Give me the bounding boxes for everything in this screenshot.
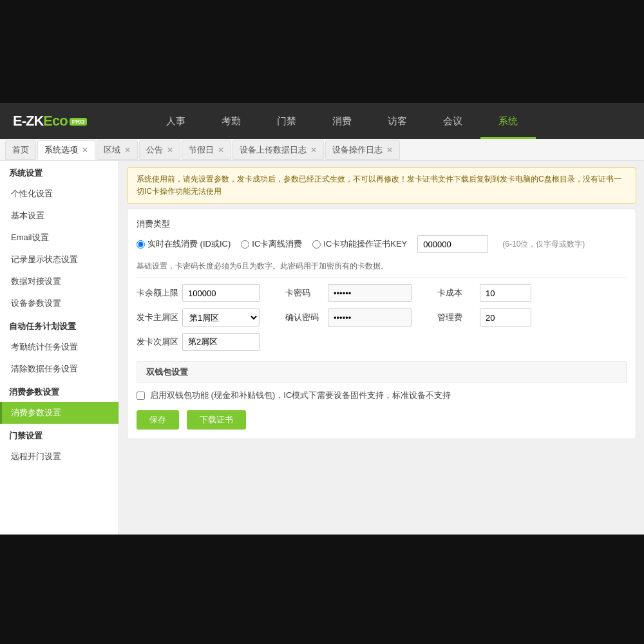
issuer-zone-select[interactable]: 第1屑区 第2屑区 第3屑区: [182, 308, 260, 327]
balance-limit-label: 卡余额上限: [137, 287, 178, 299]
logo-text: E-ZKEco: [13, 113, 68, 129]
radio-key-input[interactable]: [312, 240, 321, 249]
second-zone-row: 发卡次屑区: [137, 333, 260, 351]
dual-wallet-checkbox-label: 启用双钱包功能 (现金和补贴钱包)，IC模式下需要设备固件支持，标准设备不支持: [150, 390, 451, 401]
content-area: 系统使用前，请先设置参数，发卡成功后，参数已经正式生效，不可以再修改！发卡证书文…: [119, 161, 644, 535]
tab-notice[interactable]: 公告 ✕: [139, 140, 180, 160]
tab-zone[interactable]: 区域 ✕: [97, 140, 138, 160]
confirm-password-row: 确认密码: [285, 308, 412, 327]
sidebar-item-clear-task[interactable]: 清除数据任务设置: [0, 358, 118, 380]
ic-card-key-hint: (6-10位，仅字母或数字): [502, 239, 585, 250]
tab-holiday[interactable]: 节假日 ✕: [182, 140, 231, 160]
radio-key[interactable]: IC卡功能操作证书KEY: [312, 238, 407, 250]
nav-item-fanke[interactable]: 访客: [370, 103, 425, 139]
card-password-row: 卡密码: [285, 284, 412, 302]
tab-bar: 首页 系统选项 ✕ 区域 ✕ 公告 ✕ 节假日 ✕ 设备上传数据日志 ✕ 设备操…: [0, 139, 644, 161]
sidebar-item-personalization[interactable]: 个性化设置: [0, 183, 118, 205]
radio-online-input[interactable]: [137, 240, 145, 249]
tab-close-notice[interactable]: ✕: [167, 146, 173, 154]
sidebar-item-record-display[interactable]: 记录显示状态设置: [0, 249, 118, 270]
radio-online-label: 实时在线消费 (ID或IC): [147, 238, 231, 250]
dual-wallet-checkbox[interactable]: [137, 392, 145, 400]
second-zone-input[interactable]: [182, 333, 260, 351]
balance-limit-row: 卡余额上限: [137, 284, 260, 302]
tab-operation-log[interactable]: 设备操作日志 ✕: [325, 140, 400, 160]
form-area: 消费类型 实时在线消费 (ID或IC) IC卡离线消费 IC卡功能操作证书KEY: [127, 209, 636, 439]
sidebar-item-basic[interactable]: 基本设置: [0, 205, 118, 227]
sidebar-item-email[interactable]: Email设置: [0, 227, 118, 249]
save-button[interactable]: 保存: [137, 410, 179, 430]
dual-wallet-checkbox-row: 启用双钱包功能 (现金和补贴钱包)，IC模式下需要设备固件支持，标准设备不支持: [137, 390, 627, 401]
nav-item-huiyi[interactable]: 会议: [425, 103, 480, 139]
tab-system-options[interactable]: 系统选项 ✕: [37, 140, 95, 160]
management-fee-input[interactable]: [480, 308, 531, 327]
header: E-ZKEco PRO 人事 考勤 门禁 消费 访客 会议 系统: [0, 103, 644, 139]
card-cost-label: 卡成本: [437, 287, 476, 299]
card-password-label: 卡密码: [285, 287, 324, 299]
card-password-input[interactable]: [328, 284, 412, 302]
main-layout: 系统设置 个性化设置 基本设置 Email设置 记录显示状态设置 数据对接设置 …: [0, 161, 644, 535]
bottom-spacer: [0, 535, 644, 644]
radio-online[interactable]: 实时在线消费 (ID或IC): [137, 238, 231, 250]
sidebar-item-remote-door[interactable]: 远程开门设置: [0, 446, 118, 468]
tab-close-zone[interactable]: ✕: [124, 146, 131, 154]
radio-key-label: IC卡功能操作证书KEY: [323, 238, 407, 250]
sidebar-section-consume: 消费参数设置: [0, 380, 118, 402]
radio-group: 实时在线消费 (ID或IC) IC卡离线消费 IC卡功能操作证书KEY (6-1…: [137, 235, 585, 253]
action-buttons: 保存 下载证书: [137, 410, 627, 430]
confirm-password-input[interactable]: [328, 308, 412, 327]
confirm-password-label: 确认密码: [285, 312, 324, 323]
sidebar-item-attendance-task[interactable]: 考勤统计任务设置: [0, 336, 118, 358]
tab-close-operation-log[interactable]: ✕: [386, 146, 393, 154]
management-fee-label: 管理费: [437, 312, 476, 323]
card-cost-input[interactable]: [480, 284, 531, 302]
logo-pro: PRO: [70, 118, 88, 126]
balance-limit-input[interactable]: [182, 284, 260, 302]
nav-item-xitong[interactable]: 系统: [480, 103, 536, 139]
sidebar-item-device-params[interactable]: 设备参数设置: [0, 292, 118, 314]
main-nav: 人事 考勤 门禁 消费 访客 会议 系统: [148, 103, 644, 139]
sidebar-section-task: 自动任务计划设置: [0, 314, 118, 336]
issuer-zone-label: 发卡主屑区: [137, 312, 178, 323]
dual-wallet-section-header: 双钱包设置: [137, 361, 627, 383]
second-zone-label: 发卡次屑区: [137, 336, 178, 348]
nav-item-menjin[interactable]: 门禁: [259, 103, 314, 139]
card-cost-row: 卡成本: [437, 284, 531, 302]
issuer-zone-row: 发卡主屑区 第1屑区 第2屑区 第3屑区: [137, 308, 260, 327]
radio-offline-label: IC卡离线消费: [252, 238, 302, 250]
management-fee-row: 管理费: [437, 308, 531, 327]
download-cert-button[interactable]: 下载证书: [187, 410, 246, 430]
tab-close-system-options[interactable]: ✕: [82, 146, 88, 154]
form-note: 基础设置，卡密码长度必须为6且为数字。此密码用于加密所有的卡数据。: [137, 261, 627, 278]
warning-banner: 系统使用前，请先设置参数，发卡成功后，参数已经正式生效，不可以再修改！发卡证书文…: [127, 167, 636, 204]
consumption-type-row: 消费类型 实时在线消费 (ID或IC) IC卡离线消费 IC卡功能操作证书KEY: [137, 218, 627, 253]
nav-item-xiaofei[interactable]: 消费: [314, 103, 370, 139]
top-spacer: [0, 0, 644, 103]
sidebar-section-system: 系统设置: [0, 161, 118, 183]
radio-offline-input[interactable]: [241, 240, 249, 249]
sidebar-item-consume-params[interactable]: 消费参数设置: [0, 402, 118, 424]
sidebar-item-data-integration[interactable]: 数据对接设置: [0, 270, 118, 292]
consumption-type-label: 消费类型: [137, 218, 170, 230]
tab-close-upload-log[interactable]: ✕: [310, 146, 317, 154]
nav-item-kaoqin[interactable]: 考勤: [204, 103, 259, 139]
nav-item-renshir[interactable]: 人事: [148, 103, 204, 139]
sidebar: 系统设置 个性化设置 基本设置 Email设置 记录显示状态设置 数据对接设置 …: [0, 161, 119, 535]
sidebar-section-door: 门禁设置: [0, 424, 118, 446]
tab-home[interactable]: 首页: [5, 140, 36, 160]
logo-area: E-ZKEco PRO: [0, 113, 148, 129]
radio-offline[interactable]: IC卡离线消费: [241, 238, 302, 250]
tab-upload-log[interactable]: 设备上传数据日志 ✕: [232, 140, 324, 160]
tab-close-holiday[interactable]: ✕: [218, 146, 224, 154]
ic-card-key-input[interactable]: [417, 235, 488, 253]
